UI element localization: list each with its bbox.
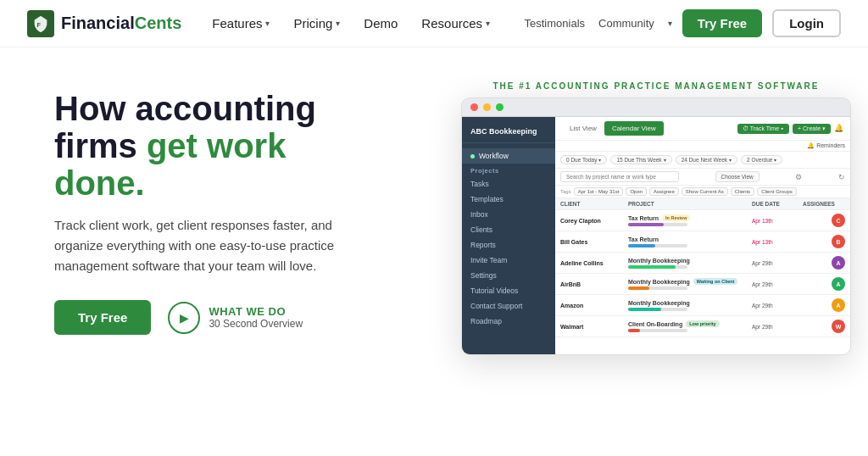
sidebar-item-workflow[interactable]: Workflow [462, 148, 555, 164]
col-client: CLIENT [560, 201, 628, 207]
table-header: CLIENT PROJECT DUE DATE ASSIGNEES [555, 198, 850, 210]
sidebar-item-templates[interactable]: Templates [462, 192, 555, 207]
sidebar-item-tasks[interactable]: Tasks [462, 176, 555, 192]
sidebar-item-roadmap[interactable]: Roadmap [462, 314, 555, 329]
hero-heading-line1: How accounting [54, 90, 316, 127]
table-row[interactable]: Amazon Monthly Bookkeeping Apr 29th A [555, 295, 850, 316]
sidebar-item-invite[interactable]: Invite Team [462, 253, 555, 268]
col-assignees: ASSIGNEES [803, 201, 845, 207]
col-due-date: DUE DATE [752, 201, 803, 207]
assignee: B [803, 235, 845, 248]
tag-open[interactable]: Open [626, 187, 647, 196]
search-input[interactable] [560, 171, 679, 182]
try-free-button[interactable]: Try Free [682, 9, 762, 37]
table-rows: Corey Clapton Tax Return In Review Apr 1… [555, 210, 850, 337]
filter-overdue[interactable]: 2 Overdue▾ [741, 155, 782, 164]
hero-heading-line2: firms [54, 127, 147, 164]
client-name: AirBnB [560, 281, 628, 287]
nav-pricing-label: Pricing [293, 16, 332, 31]
settings-icon[interactable]: ⚙ [795, 173, 802, 181]
video-cta[interactable]: ▶ WHAT WE DO 30 Second Overview [168, 302, 303, 334]
nav-resources[interactable]: Resources ▾ [421, 16, 490, 31]
client-name: Corey Clapton [560, 218, 628, 224]
client-name: Adeline Collins [560, 260, 628, 266]
project-cell: Client On-Boarding Low priority [628, 320, 752, 332]
login-button[interactable]: Login [772, 9, 841, 37]
tag-clients[interactable]: Clients [731, 187, 754, 196]
navbar-right: Testimonials Community▾ Try Free Login [525, 9, 841, 37]
col-project: PROJECT [628, 201, 752, 207]
table-row[interactable]: AirBnB Monthly Bookkeeping Waiting on Cl… [555, 274, 850, 295]
logo[interactable]: F FinancialCents [27, 10, 181, 37]
filter-due-today[interactable]: 0 Due Today▾ [560, 155, 607, 164]
mock-tabs: List View Calendar View [562, 121, 664, 136]
table-row[interactable]: Walmart Client On-Boarding Low priority … [555, 316, 850, 337]
project-cell: Monthly Bookkeeping [628, 300, 752, 311]
dot-red [470, 103, 478, 111]
nav-links: Features ▾ Pricing ▾ Demo Resources ▾ [212, 16, 490, 31]
sidebar-item-clients[interactable]: Clients [462, 222, 555, 237]
choose-view-button[interactable]: Choose View [715, 171, 760, 182]
hero-try-free-button[interactable]: Try Free [54, 300, 151, 335]
filter-due-week[interactable]: 15 Due This Week▾ [610, 155, 671, 164]
assignee: C [803, 214, 845, 227]
nav-demo[interactable]: Demo [364, 16, 398, 31]
table-row[interactable]: Bill Gates Tax Return Apr 13th B [555, 231, 850, 253]
nav-right-partial: Testimonials Community▾ [525, 17, 672, 30]
nav-features[interactable]: Features ▾ [212, 16, 270, 31]
table-row[interactable]: Adeline Collins Monthly Bookkeeping Apr … [555, 253, 850, 274]
hero-heading-line3: done. [54, 164, 145, 202]
testimonials-link[interactable]: Testimonials [525, 17, 586, 30]
nav-pricing[interactable]: Pricing ▾ [293, 16, 340, 31]
mockup-main: List View Calendar View ⏱ Track Time ▾ +… [555, 117, 850, 354]
tags-label: Tags [560, 189, 571, 194]
chevron-down-icon: ▾ [265, 19, 270, 28]
tag-client-groups[interactable]: Client Groups [757, 187, 797, 196]
tag-date-range[interactable]: Apr 1st - May 31st [574, 187, 624, 196]
assignee: A [803, 298, 845, 312]
sidebar-item-reports[interactable]: Reports [462, 237, 555, 253]
logo-text: FinancialCents [61, 14, 181, 33]
sidebar-item-support[interactable]: Contact Support [462, 298, 555, 314]
sidebar-item-inbox[interactable]: Inbox [462, 207, 555, 222]
video-label: WHAT WE DO 30 Second Overview [209, 305, 303, 330]
due-date: Apr 29th [752, 303, 803, 309]
due-date: Apr 29th [752, 324, 803, 330]
mockup-main-header: List View Calendar View ⏱ Track Time ▾ +… [555, 117, 850, 141]
filter-due-next-week[interactable]: 24 Due Next Week▾ [676, 155, 737, 164]
hero-left: How accounting firms get work done. Trac… [54, 81, 410, 335]
assignee: A [803, 277, 845, 291]
reminders-label: 🔔 Reminders [807, 142, 845, 149]
notification-icon[interactable]: 🔔 [834, 124, 843, 134]
assignee: W [803, 320, 845, 333]
dot-yellow [483, 103, 491, 111]
tag-show-current[interactable]: Show Current As [682, 187, 728, 196]
svg-text:F: F [36, 20, 41, 28]
logo-icon: F [27, 10, 54, 37]
tab-list-view[interactable]: List View [562, 121, 604, 136]
client-name: Walmart [560, 324, 628, 330]
table-row[interactable]: Corey Clapton Tax Return In Review Apr 1… [555, 210, 850, 231]
mockup-body: ABC Bookkeeping Workflow Projects Tasks … [462, 117, 850, 354]
tag-assignee[interactable]: Assignee [649, 187, 679, 196]
track-time-button[interactable]: ⏱ Track Time ▾ [737, 124, 789, 134]
mock-table: CLIENT PROJECT DUE DATE ASSIGNEES Corey … [555, 198, 850, 337]
project-cell: Monthly Bookkeeping Waiting on Client [628, 278, 752, 290]
create-button[interactable]: + Create ▾ [793, 124, 831, 134]
due-date: Apr 13th [752, 239, 803, 245]
hero-section: How accounting firms get work done. Trac… [0, 47, 868, 456]
chevron-down-icon: ▾ [336, 19, 340, 28]
logo-green: Cents [135, 14, 182, 32]
sidebar-brand: ABC Bookkeeping [462, 124, 555, 143]
project-cell: Tax Return [628, 236, 752, 247]
mock-search-row: Choose View ⚙ ↻ [555, 169, 850, 186]
mock-tags-row: Tags Apr 1st - May 31st Open Assignee Sh… [555, 186, 850, 198]
hero-actions: Try Free ▶ WHAT WE DO 30 Second Overview [54, 300, 410, 335]
tab-calendar-view[interactable]: Calendar View [604, 121, 664, 136]
sidebar-item-tutorials[interactable]: Tutorial Videos [462, 283, 555, 298]
refresh-icon[interactable]: ↻ [838, 173, 845, 181]
sidebar-section-projects: Projects [462, 164, 555, 176]
sidebar-item-settings[interactable]: Settings [462, 268, 555, 283]
hero-right: THE #1 ACCOUNTING PRACTICE MANAGEMENT SO… [461, 81, 851, 355]
community-link[interactable]: Community [598, 17, 654, 30]
